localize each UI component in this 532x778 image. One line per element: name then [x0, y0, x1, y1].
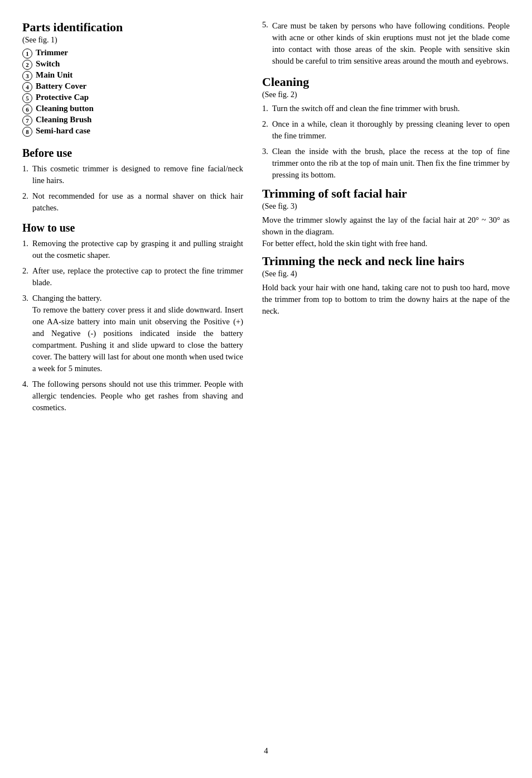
how-to-use-list: 1. Removing the protective cap by graspi… [22, 238, 243, 414]
trimming-soft-see-fig: (See fig. 3) [262, 202, 510, 211]
list-num: 1. [22, 163, 32, 175]
part-label-cleaning-button: Cleaning button [36, 104, 94, 113]
trimming-neck-title: Trimming the neck and neck line hairs [262, 254, 510, 268]
list-num: 4. [22, 378, 32, 390]
how-to-use-section: How to use 1. Removing the protective ca… [22, 222, 243, 414]
list-item: 2 Switch [22, 59, 243, 70]
list-item: 5 Protective Cap [22, 93, 243, 103]
list-item: 7 Cleaning Brush [22, 115, 243, 126]
parts-list: 1 Trimmer 2 Switch 3 Main Unit 4 Battery… [22, 48, 243, 137]
list-item: 1 Trimmer [22, 48, 243, 59]
page-number: 4 [22, 746, 510, 756]
list-num: 1. [22, 238, 32, 249]
circle-num-6: 6 [22, 104, 32, 114]
item5-section: 5. Care must be taken by persons who hav… [262, 20, 510, 67]
right-item5-text: Care must be taken by persons who have f… [272, 20, 510, 67]
how-to-use-title: How to use [22, 222, 243, 234]
list-num: 2. [262, 118, 272, 130]
list-item: 3 Main Unit [22, 70, 243, 81]
how-to-use-item-1: Removing the protective cap by grasping … [32, 238, 243, 261]
before-use-item-2: Not recommended for use as a normal shav… [32, 190, 243, 214]
circle-num-2: 2 [22, 60, 32, 70]
before-use-title: Before use [22, 147, 243, 160]
list-item: 3. Changing the battery. To remove the b… [22, 292, 243, 374]
circle-num-1: 1 [22, 49, 32, 59]
part-label-switch: Switch [36, 59, 60, 69]
part-label-battery-cover: Battery Cover [36, 81, 86, 91]
how-to-use-item-2: After use, replace the protective cap to… [32, 265, 243, 289]
trimming-neck-see-fig: (See fig. 4) [262, 270, 510, 278]
list-item: 2. After use, replace the protective cap… [22, 265, 243, 289]
trimming-neck-section: Trimming the neck and neck line hairs (S… [262, 254, 510, 317]
part-label-semi-hard-case: Semi-hard case [36, 126, 90, 136]
list-item: 6 Cleaning button [22, 104, 243, 114]
trimming-soft-body: Move the trimmer slowly against the lay … [262, 214, 510, 249]
left-column: Parts identification (See fig. 1) 1 Trim… [22, 20, 257, 737]
list-item: 8 Semi-hard case [22, 126, 243, 137]
circle-num-5: 5 [22, 93, 32, 103]
parts-identification-section: Parts identification (See fig. 1) 1 Trim… [22, 20, 243, 137]
circle-num-4: 4 [22, 82, 32, 92]
before-use-section: Before use 1. This cosmetic trimmer is d… [22, 147, 243, 214]
trimming-neck-body: Hold back your hair with one hand, takin… [262, 282, 510, 317]
parts-identification-see-fig: (See fig. 1) [22, 36, 243, 45]
circle-num-8: 8 [22, 127, 32, 137]
trimming-soft-section: Trimming of soft facial hair (See fig. 3… [262, 186, 510, 249]
part-label-trimmer: Trimmer [36, 48, 68, 57]
list-num: 5. [262, 20, 272, 30]
trimming-soft-title: Trimming of soft facial hair [262, 186, 510, 201]
list-num: 1. [262, 103, 272, 114]
list-item: 3. Clean the inside with the brush, plac… [262, 146, 510, 181]
list-item: 1. This cosmetic trimmer is designed to … [22, 163, 243, 186]
list-item: 2. Once in a while, clean it thoroughly … [262, 118, 510, 142]
cleaning-item-2: Once in a while, clean it thoroughly by … [272, 118, 510, 142]
list-item: 4. The following persons should not use … [22, 378, 243, 414]
right-column: 5. Care must be taken by persons who hav… [257, 20, 510, 737]
cleaning-title: Cleaning [262, 75, 510, 89]
list-item: 1. Removing the protective cap by graspi… [22, 238, 243, 261]
cleaning-see-fig: (See fig. 2) [262, 90, 510, 99]
part-label-cleaning-brush: Cleaning Brush [36, 115, 91, 124]
list-item: 2. Not recommended for use as a normal s… [22, 190, 243, 214]
circle-num-7: 7 [22, 116, 32, 126]
how-to-use-item-4: The following persons should not use thi… [32, 378, 243, 414]
list-num: 3. [22, 292, 32, 304]
list-item: 1. Turn the switch off and clean the fin… [262, 103, 510, 114]
list-item: 4 Battery Cover [22, 81, 243, 92]
page: Parts identification (See fig. 1) 1 Trim… [0, 0, 532, 778]
list-num: 3. [262, 146, 272, 157]
cleaning-item-1: Turn the switch off and clean the fine t… [272, 103, 460, 114]
before-use-list: 1. This cosmetic trimmer is designed to … [22, 163, 243, 214]
circle-num-3: 3 [22, 71, 32, 81]
before-use-item-1: This cosmetic trimmer is designed to rem… [32, 163, 243, 186]
parts-identification-title: Parts identification [22, 20, 243, 35]
list-num: 2. [22, 265, 32, 277]
cleaning-item-3: Clean the inside with the brush, place t… [272, 146, 510, 181]
cleaning-section: Cleaning (See fig. 2) 1. Turn the switch… [262, 75, 510, 181]
part-label-protective-cap: Protective Cap [36, 93, 89, 102]
list-num: 2. [22, 190, 32, 202]
cleaning-list: 1. Turn the switch off and clean the fin… [262, 103, 510, 181]
how-to-use-item-3: Changing the battery. To remove the batt… [32, 292, 243, 374]
part-label-main-unit: Main Unit [36, 70, 72, 80]
